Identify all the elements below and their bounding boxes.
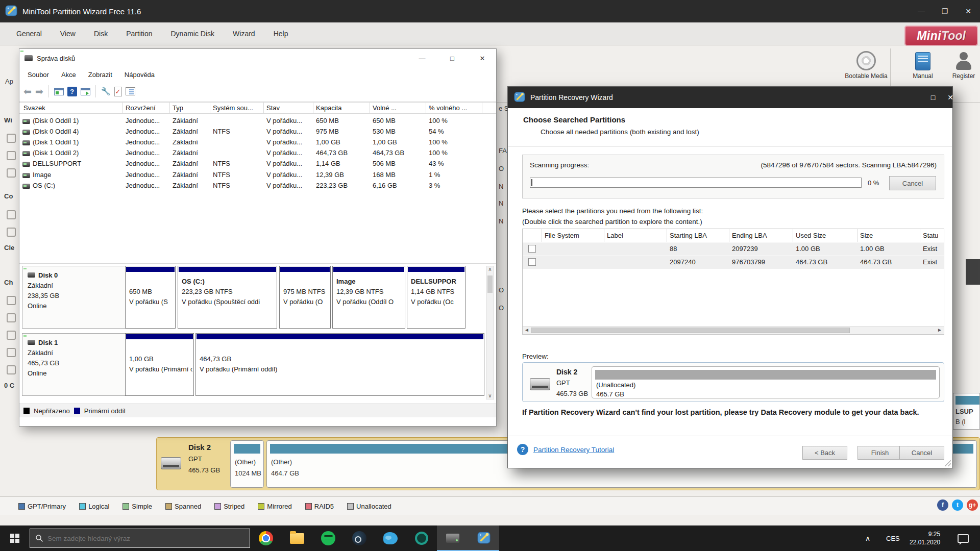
disk0-partition-2[interactable]: OS (C:) 223,23 GB NTFS V pořádku (Spoušt… — [178, 266, 277, 329]
taskbar-disk-management[interactable] — [437, 525, 468, 551]
sidebar-icon[interactable] — [7, 168, 16, 178]
volume-row[interactable]: OS (C:)Jednoduc...ZákladníNTFSV pořádku.… — [19, 181, 496, 191]
disk2-partition-1[interactable]: (Other) 1024 MB — [230, 440, 264, 488]
volume-row[interactable]: (Disk 0 Oddíl 4)Jednoduc...ZákladníNTFSV… — [19, 127, 496, 137]
sidebar-icon[interactable] — [7, 331, 16, 340]
col-ending-lba[interactable]: Ending LBA — [732, 232, 767, 239]
help-icon[interactable]: ? — [517, 444, 528, 455]
col-file-system[interactable]: File System — [545, 232, 579, 239]
taskbar-steam-icon[interactable] — [344, 525, 375, 551]
volume-row[interactable]: (Disk 1 Oddíl 1)Jednoduc...ZákladníV poř… — [19, 137, 496, 148]
taskbar-chrome-icon[interactable] — [250, 525, 281, 551]
sidebar-icon[interactable] — [7, 365, 16, 374]
close-icon[interactable]: ✕ — [957, 0, 980, 22]
window-panel-icon[interactable] — [54, 88, 64, 95]
menu-soubor[interactable]: Soubor — [21, 69, 55, 81]
taskbar-explorer-icon[interactable] — [281, 525, 312, 551]
scroll-thumb[interactable] — [531, 328, 850, 333]
partition-result-row[interactable]: 88 2097239 1.00 GB 1.00 GB Exist — [523, 243, 944, 256]
minimize-icon[interactable]: — — [412, 49, 432, 67]
task-list-icon[interactable] — [126, 87, 135, 95]
row-checkbox[interactable] — [528, 258, 536, 266]
horizontal-scrollbar[interactable]: ◄ ► — [523, 326, 944, 334]
clock[interactable]: 9:25 22.01.2020 — [910, 525, 940, 551]
scroll-thumb[interactable] — [487, 276, 493, 293]
preview-partition[interactable]: (Unallocated) 465.7 GB — [592, 366, 940, 398]
col-label[interactable]: Label — [607, 232, 623, 239]
volume-row[interactable]: DELLSUPPORTJednoduc...ZákladníNTFSV pořá… — [19, 159, 496, 169]
menu-zobrazit[interactable]: Zobrazit — [82, 69, 118, 81]
maximize-icon[interactable]: □ — [442, 49, 462, 67]
menu-partition[interactable]: Partition — [117, 27, 161, 41]
volume-row[interactable]: ImageJednoduc...ZákladníNTFSV pořádku...… — [19, 170, 496, 181]
menu-dynamic-disk[interactable]: Dynamic Disk — [162, 27, 224, 41]
finish-button[interactable]: Finish — [857, 446, 902, 460]
disk0-partition-5[interactable]: DELLSUPPOR 1,14 GB NTFS V pořádku (Oc — [407, 266, 465, 329]
taskbar-spotify-icon[interactable] — [312, 525, 344, 551]
col-system[interactable]: Systém sou... — [213, 104, 253, 112]
volume-row[interactable]: (Disk 1 Oddíl 2)Jednoduc...ZákladníV poř… — [19, 148, 496, 159]
sidebar-icon[interactable] — [7, 313, 16, 322]
col-kapacita[interactable]: Kapacita — [316, 104, 342, 112]
cancel-button[interactable]: Cancel — [899, 446, 944, 460]
disk0-partition-3[interactable]: 975 MB NTFS V pořádku (O — [279, 266, 331, 329]
scroll-down-icon[interactable]: ∨ — [486, 393, 494, 398]
taskbar-minitool[interactable] — [468, 525, 499, 551]
tool-icon[interactable]: 🔧 — [101, 87, 111, 96]
forward-arrow-icon[interactable]: ➡ — [35, 87, 43, 96]
wizard-title-bar[interactable]: Partition Recovery Wizard — [508, 87, 952, 108]
cancel-scan-button[interactable]: Cancel — [889, 176, 936, 190]
col-typ[interactable]: Typ — [173, 104, 183, 112]
maximize-icon[interactable]: □ — [924, 87, 942, 108]
sidebar-icon[interactable] — [7, 210, 16, 219]
col-rozvrzeni[interactable]: Rozvržení — [126, 104, 156, 112]
back-arrow-icon[interactable]: ⬅ — [23, 87, 32, 96]
facebook-icon[interactable]: f — [937, 499, 948, 511]
col-starting-lba[interactable]: Starting LBA — [670, 232, 707, 239]
disk1-partition-1[interactable]: 1,00 GB V pořádku (Primární oddíl) — [125, 333, 194, 396]
menu-wizard[interactable]: Wizard — [224, 27, 264, 41]
restore-icon[interactable]: ❐ — [933, 0, 957, 22]
check-document-icon[interactable]: ✓ — [114, 87, 122, 96]
disk1-header[interactable]: Disk 1 Základní 465,73 GB Online — [22, 333, 126, 396]
disk0-partition-4[interactable]: Image 12,39 GB NTFS V pořádku (Oddíl O — [332, 266, 405, 329]
col-status[interactable]: Statu — [923, 232, 938, 239]
col-stav[interactable]: Stav — [266, 104, 280, 112]
notification-center[interactable] — [958, 525, 969, 551]
menu-disk[interactable]: Disk — [85, 27, 117, 41]
partition-result-row[interactable]: 2097240 976703799 464.73 GB 464.73 GB Ex… — [523, 256, 944, 269]
hidden-icons-chevron[interactable]: ∧ — [865, 525, 870, 551]
sidebar-icon[interactable] — [7, 296, 16, 305]
manual-button[interactable]: Manual — [900, 52, 946, 80]
row-checkbox[interactable] — [528, 245, 536, 253]
menu-help[interactable]: Help — [264, 27, 298, 41]
tutorial-link[interactable]: Partition Recovery Tutorial — [533, 446, 614, 454]
col-volne[interactable]: Volné ... — [373, 104, 397, 112]
col-used-size[interactable]: Used Size — [796, 232, 826, 239]
volume-row[interactable]: (Disk 0 Oddíl 1)Jednoduc...ZákladníV poř… — [19, 116, 496, 127]
taskbar-bird-app-icon[interactable] — [375, 525, 406, 551]
twitter-icon[interactable]: t — [952, 499, 963, 511]
search-input[interactable] — [47, 535, 231, 542]
window-play-icon[interactable] — [81, 88, 90, 95]
col-procento[interactable]: % volného ... — [429, 104, 467, 112]
col-svazek[interactable]: Svazek — [23, 104, 45, 112]
language-indicator[interactable]: CES — [886, 525, 900, 551]
menu-general[interactable]: General — [7, 27, 51, 41]
dm-vertical-scrollbar[interactable]: ∧ ∨ — [486, 266, 494, 399]
close-icon[interactable]: ✕ — [472, 49, 493, 67]
disk1-partition-2[interactable]: 464,73 GB V pořádku (Primární oddíl) — [195, 333, 484, 396]
sidebar-icon[interactable] — [7, 228, 16, 237]
bootable-media-button[interactable]: Bootable Media — [843, 51, 889, 80]
register-button[interactable]: Register — [941, 52, 980, 80]
minimize-icon[interactable]: — — [910, 0, 933, 22]
close-icon[interactable]: ✕ — [942, 87, 959, 108]
taskbar-green-app-icon[interactable] — [406, 525, 437, 551]
scroll-right-icon[interactable]: ► — [937, 327, 942, 333]
disk0-header[interactable]: Disk 0 Základní 238,35 GB Online — [22, 266, 126, 329]
googleplus-icon[interactable]: g+ — [967, 499, 978, 511]
disk0-partition-1[interactable]: 650 MB V pořádku (S — [125, 266, 176, 329]
scroll-left-icon[interactable]: ◄ — [524, 327, 529, 333]
start-button[interactable] — [0, 525, 30, 551]
scroll-up-icon[interactable]: ∧ — [486, 266, 494, 274]
